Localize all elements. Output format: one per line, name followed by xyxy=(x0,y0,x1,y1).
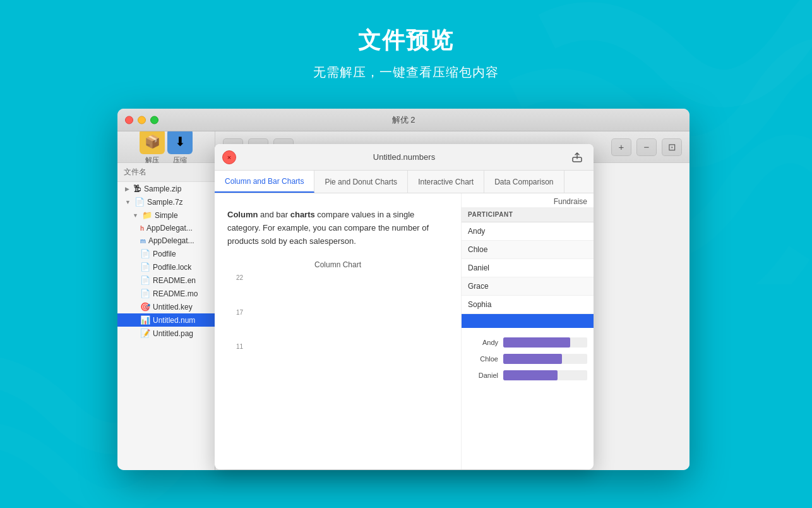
h-bar-fill-daniel xyxy=(503,370,558,380)
h-bar-track-chloe xyxy=(503,354,587,364)
h-bar-fill-andy xyxy=(503,337,570,348)
y-label-17: 17 xyxy=(227,309,243,316)
preview-close-button[interactable]: × xyxy=(222,150,236,164)
app-title: 解优 2 xyxy=(392,114,415,126)
tab-data-comparison[interactable]: Data Comparison xyxy=(484,171,564,193)
file-name-readme-mo: README.mo xyxy=(153,289,198,298)
tab-data-comparison-label: Data Comparison xyxy=(494,178,553,186)
tab-pie-donut[interactable]: Pie and Donut Charts xyxy=(314,171,408,193)
preview-share-button[interactable] xyxy=(568,150,586,164)
desc-bold-column: Column xyxy=(227,210,258,219)
table-row-grace: Grace xyxy=(462,277,594,296)
file-name-podfile-lock: Podfile.lock xyxy=(153,263,191,272)
readme-mo-icon: 📄 xyxy=(140,289,150,298)
file-name-appdelegate-m: AppDelegat... xyxy=(148,236,194,245)
file-item-readme-mo[interactable]: 📄 README.mo xyxy=(117,287,215,300)
folder-icon: 📁 xyxy=(142,210,152,220)
file-list-header: 文件名 xyxy=(117,163,215,182)
unzip-icon: 📦 xyxy=(140,129,165,154)
file-item-sample-7z[interactable]: ▼ 📄 Sample.7z xyxy=(117,195,215,209)
minimize-button[interactable] xyxy=(138,116,146,124)
key-file-icon: 🎯 xyxy=(140,302,150,311)
pages-file-icon: 📝 xyxy=(140,329,150,338)
chart-bars-area: 11 15 xyxy=(246,274,448,350)
file-name-podfile: Podfile xyxy=(153,250,176,258)
h-bar-andy: Andy xyxy=(462,334,594,351)
h-bar-fill-chloe xyxy=(503,354,562,364)
file-name-untitled-num: Untitled.num xyxy=(153,316,195,325)
tab-interactive-label: Interactive Chart xyxy=(418,178,474,186)
app-titlebar: 解优 2 xyxy=(117,109,690,131)
file-item-untitled-num[interactable]: 📊 Untitled.num xyxy=(117,313,215,327)
preview-description: Column and bar charts compare values in … xyxy=(227,209,448,248)
file-name-appdelegate-h: AppDelegat... xyxy=(146,224,193,233)
tab-column-bar-label: Column and Bar Charts xyxy=(225,177,304,186)
tab-bar: Column and Bar Charts Pie and Donut Char… xyxy=(215,171,594,193)
table-row-chloe: Chloe xyxy=(462,241,594,259)
print-button[interactable]: ⊡ xyxy=(662,138,682,156)
plus-icon: + xyxy=(619,142,624,152)
chart-y-labels: 22 17 11 xyxy=(227,274,243,350)
h-bar-label-chloe: Chloe xyxy=(468,355,498,363)
file-item-untitled-pag[interactable]: 📝 Untitled.pag xyxy=(117,327,215,340)
chart-area: Column Chart 22 17 11 11 xyxy=(227,260,448,363)
preview-panel: × Untitled.numbers Column and Bar Charts… xyxy=(215,144,594,469)
file-item-appdelegate-m[interactable]: m AppDelegat... xyxy=(117,234,215,247)
file-item-appdelegate-h[interactable]: h AppDelegat... xyxy=(117,222,215,234)
file-item-sample-zip[interactable]: ▶ 🗜 Sample.zip xyxy=(117,182,215,195)
hero-section: 文件预览 无需解压，一键查看压缩包内容 xyxy=(0,0,812,81)
zoom-out-button[interactable]: − xyxy=(636,138,657,156)
share-icon xyxy=(572,152,582,162)
close-icon: × xyxy=(227,154,231,161)
compress-button[interactable]: ⬇ 压缩 xyxy=(167,129,193,165)
preview-content: Column and bar charts compare values in … xyxy=(215,193,594,469)
print-icon: ⊡ xyxy=(668,142,676,153)
desc-bold-charts: charts xyxy=(290,210,315,219)
sidebar-toolbar: 📦 解压 ⬇ 压缩 xyxy=(117,131,215,163)
file-name-untitled-key: Untitled.key xyxy=(153,303,193,311)
tab-interactive[interactable]: Interactive Chart xyxy=(408,171,484,193)
bar-5-label: 21 xyxy=(422,353,429,360)
unzip-button[interactable]: 📦 解压 xyxy=(140,129,165,165)
file-name-untitled-pag: Untitled.pag xyxy=(153,329,193,338)
table-row-daniel: Daniel xyxy=(462,259,594,277)
file-item-untitled-key[interactable]: 🎯 Untitled.key xyxy=(117,300,215,313)
file-item-readme-en[interactable]: 📄 README.en xyxy=(117,274,215,287)
y-label-11: 11 xyxy=(227,343,243,350)
table-row-andy: Andy xyxy=(462,222,594,241)
zoom-in-button[interactable]: + xyxy=(611,138,631,156)
tab-pie-donut-label: Pie and Donut Charts xyxy=(325,178,397,186)
chevron-right-icon: ▶ xyxy=(125,186,129,192)
file-name-simple-folder: Simple xyxy=(155,211,178,220)
bar-1-label: 11 xyxy=(266,353,273,360)
participant-daniel: Daniel xyxy=(462,259,594,277)
close-button[interactable] xyxy=(125,116,133,124)
chevron-down-icon: ▼ xyxy=(125,199,131,205)
file-item-simple-folder[interactable]: ▼ 📁 Simple xyxy=(117,209,215,222)
minus-icon: − xyxy=(644,142,650,152)
participant-grace: Grace xyxy=(462,277,594,296)
file-name-sample-zip: Sample.zip xyxy=(144,184,181,193)
preview-right: Fundraise PARTICIPANT Andy Chloe xyxy=(461,193,594,469)
m-file-icon: m xyxy=(140,238,146,245)
file-item-podfile[interactable]: 📄 Podfile xyxy=(117,247,215,260)
zip-file-icon: 🗜 xyxy=(133,184,141,193)
file-name-sample-7z: Sample.7z xyxy=(147,198,183,207)
maximize-button[interactable] xyxy=(150,116,158,124)
file-item-podfile-lock[interactable]: 📄 Podfile.lock xyxy=(117,260,215,274)
readme-en-icon: 📄 xyxy=(140,275,150,285)
h-bar-chloe: Chloe xyxy=(462,351,594,367)
h-bar-section: Andy Chloe Daniel xyxy=(462,334,594,384)
h-bar-track-andy xyxy=(503,337,587,348)
h-bar-label-andy: Andy xyxy=(468,339,498,346)
chart-title: Column Chart xyxy=(227,260,448,269)
traffic-lights xyxy=(125,116,158,124)
numbers-file-icon: 📊 xyxy=(140,315,150,325)
tab-column-bar[interactable]: Column and Bar Charts xyxy=(215,171,314,193)
participant-andy: Andy xyxy=(462,222,594,241)
file-tree: ▶ 🗜 Sample.zip ▼ 📄 Sample.7z ▼ 📁 Simple xyxy=(117,182,215,470)
selected-row-highlight xyxy=(462,314,594,328)
file-name-readme-en: README.en xyxy=(153,276,196,285)
hero-subtitle: 无需解压，一键查看压缩包内容 xyxy=(0,64,812,81)
chevron-down-icon-2: ▼ xyxy=(133,212,138,219)
